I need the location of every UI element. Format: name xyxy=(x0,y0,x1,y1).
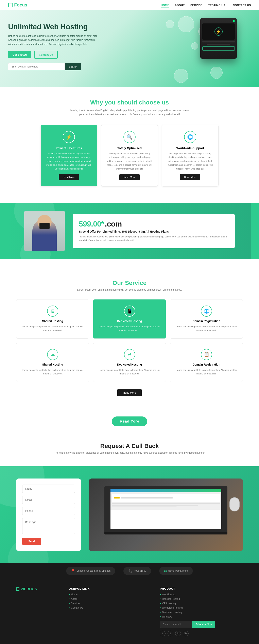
service-card-2[interactable]: 🌐 Domain Registration Donec nec justo eg… xyxy=(170,299,243,338)
footer-useful-links: USEFUL LINK Home About Services Contact … xyxy=(69,587,152,636)
footer-logo: WEBHOS xyxy=(16,587,61,591)
promo-band: 599.00* .com Special Offer For Limited T… xyxy=(8,203,251,259)
laptop-visual xyxy=(89,478,243,551)
card-optimised: 🔍 Totaly Optimised making it look like r… xyxy=(101,125,158,186)
promo-price-row: 599.00* .com xyxy=(79,220,229,228)
logo-box-icon xyxy=(8,3,13,7)
location-icon: 📍 xyxy=(71,569,75,573)
service-desc-4: Donec nec justo eget felis faclisis ferm… xyxy=(97,368,162,376)
logo[interactable]: Focus xyxy=(8,2,27,8)
send-button[interactable]: Send xyxy=(22,538,41,545)
card-desc: making it look like readable English. Ma… xyxy=(106,152,153,170)
service-section: Our Service Lorem ipsum dolor sittem ame… xyxy=(0,267,259,408)
card-powerful-features: ⚡ Powerful Features making it look like … xyxy=(41,125,97,186)
promo-price: 599.00* xyxy=(79,220,104,228)
message-input[interactable] xyxy=(22,518,75,534)
newsletter-input[interactable] xyxy=(160,621,192,628)
promo-content: 599.00* .com Special Offer For Limited T… xyxy=(73,214,235,248)
nav-item-testimonial[interactable]: TESTIMONIAL xyxy=(208,4,227,7)
service-icon-4: 🖨 xyxy=(124,349,135,360)
twitter-icon[interactable]: t xyxy=(168,631,173,636)
useful-link-3[interactable]: Contact Us xyxy=(69,606,152,609)
why-subtitle: Making it look like readable English. Ma… xyxy=(69,108,190,116)
footer-phone-box: 📞 +98851658 xyxy=(123,567,151,575)
card-title: Totaly Optimised xyxy=(106,146,153,150)
newsletter-subscribe-button[interactable]: Subscribe Now xyxy=(192,621,215,628)
useful-link-0[interactable]: Home xyxy=(69,593,152,596)
laptop-image xyxy=(89,478,243,551)
callback-section: Request A Call Back There are many varia… xyxy=(0,430,259,466)
service-card-0[interactable]: 🖥 Shared Hosting Donec nec justo eget fe… xyxy=(16,299,89,338)
hero-image: ⚡ xyxy=(194,14,243,63)
phone-input[interactable] xyxy=(22,507,75,515)
service-read-more-button[interactable]: Read More xyxy=(117,389,142,396)
read-more-button-2[interactable]: Read More xyxy=(180,174,200,180)
contact-us-button[interactable]: Contact Us xyxy=(34,51,58,58)
useful-links-list: Home About Services Contact Us xyxy=(69,593,152,609)
features-cards: ⚡ Powerful Features making it look like … xyxy=(16,125,243,186)
promo-desc: making it look like readable English. Ma… xyxy=(79,235,229,242)
read-more-button-0[interactable]: Read More xyxy=(59,174,79,180)
service-title-1: Dedicated Hosting xyxy=(97,320,162,323)
googleplus-icon[interactable]: G+ xyxy=(183,631,189,636)
product-title: PRODUCT xyxy=(160,587,243,590)
service-card-4[interactable]: 🖨 Dedicated Hosting Donec nec justo eget… xyxy=(93,343,166,382)
email-icon: ✉ xyxy=(164,569,167,573)
footer-email: demo@gmail.com xyxy=(168,570,188,572)
card-desc: making it look like readable English. Ma… xyxy=(46,152,92,170)
service-desc-2: Donec nec justo eget felis faclisis ferm… xyxy=(174,325,238,332)
service-title-0: Shared Hosting xyxy=(21,320,85,323)
service-desc-5: Donec nec justo eget felis faclisis ferm… xyxy=(174,368,238,376)
service-icon-5: 📋 xyxy=(201,349,212,360)
footer-logo-box xyxy=(16,588,20,591)
service-icon-3: ☁ xyxy=(47,349,58,360)
service-title-5: Domain Registration xyxy=(174,363,238,366)
navbar: Focus HOME ABOUT SERVICE TESTIMONIAL CON… xyxy=(0,0,259,10)
domain-input[interactable] xyxy=(8,63,65,70)
service-subtitle: Lorem ipsum dolor sittem amelamoging eli… xyxy=(16,288,243,291)
nav-item-home[interactable]: HOME xyxy=(161,4,169,8)
useful-link-1[interactable]: About xyxy=(69,598,152,600)
callback-title: Request A Call Back xyxy=(16,442,243,450)
service-card-5[interactable]: 📋 Domain Registration Donec nec justo eg… xyxy=(170,343,243,382)
nav-item-contact[interactable]: CONTACT US xyxy=(233,4,251,7)
facebook-icon[interactable]: f xyxy=(160,631,165,636)
service-desc-3: Donec nec justo eget felis faclisis ferm… xyxy=(21,368,85,376)
why-section: Why you should choose us Making it look … xyxy=(0,87,259,199)
footer-phone: +98851658 xyxy=(134,570,146,572)
footer-address-box: 📍 London (United Street) Jingaon xyxy=(66,567,115,575)
nav-item-service[interactable]: SERVICE xyxy=(190,4,202,7)
get-started-button[interactable]: Get Started xyxy=(8,51,31,58)
product-2: VPS Hosting xyxy=(160,602,243,605)
product-4: Dedicated Hosting xyxy=(160,611,243,614)
hero-content: Unlimited Web Hosting Donec nec justo eg… xyxy=(8,23,105,70)
useful-link-2[interactable]: Services xyxy=(69,602,152,605)
service-card-1[interactable]: 📱 Dedicated Hosting Donec nec justo eget… xyxy=(93,299,166,338)
read-more-button-1[interactable]: Read More xyxy=(119,174,139,180)
linkedin-icon[interactable]: in xyxy=(175,631,181,636)
read-yore-area: Read Yore xyxy=(0,408,259,430)
card-worldwide: 🌐 Worldwide Support making it look like … xyxy=(162,125,218,186)
read-yore-button[interactable]: Read Yore xyxy=(112,416,147,426)
domain-search-bar: Search xyxy=(8,63,105,70)
name-input[interactable] xyxy=(22,484,75,493)
product-1: Reseller Hosting xyxy=(160,598,243,600)
service-icon-1: 📱 xyxy=(124,306,135,317)
nav-item-about[interactable]: ABOUT xyxy=(175,4,185,7)
footer-grid: WEBHOS USEFUL LINK Home About Services C… xyxy=(16,587,243,636)
hero-buttons: Get Started Contact Us xyxy=(8,51,105,58)
footer-email-box: ✉ demo@gmail.com xyxy=(159,567,193,575)
footer-brand-name: WEBHOS xyxy=(21,587,37,591)
search-button[interactable]: Search xyxy=(65,63,81,70)
product-list: WebHosting Reseller Hosting VPS Hosting … xyxy=(160,593,243,618)
service-title-3: Shared Hosting xyxy=(21,363,85,366)
hero-title: Unlimited Web Hosting xyxy=(8,23,105,31)
phone-icon: 📞 xyxy=(128,569,132,573)
bubble-decoration-4 xyxy=(166,20,174,28)
nav-links: HOME ABOUT SERVICE TESTIMONIAL CONTACT U… xyxy=(161,3,251,7)
service-desc-1: Donec nec justo eget felis faclisis ferm… xyxy=(97,325,162,332)
service-card-3[interactable]: ☁ Shared Hosting Donec nec justo eget fe… xyxy=(16,343,89,382)
email-input[interactable] xyxy=(22,496,75,504)
product-5: Windows xyxy=(160,615,243,618)
callback-subtitle: There are many variations of passages of… xyxy=(16,452,243,454)
